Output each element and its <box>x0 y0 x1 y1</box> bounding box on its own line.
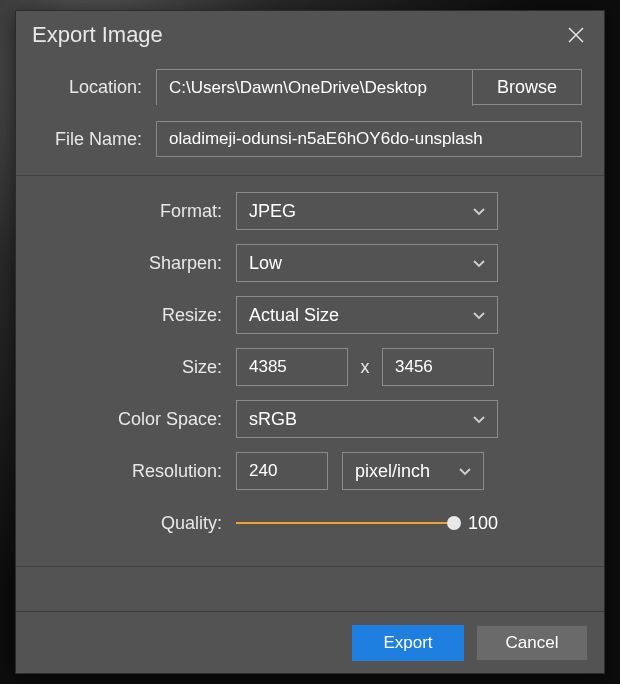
filename-input[interactable] <box>156 121 582 157</box>
quality-value: 100 <box>468 513 508 534</box>
format-row: Format: JPEG <box>38 192 582 230</box>
size-separator: x <box>348 357 382 378</box>
sharpen-label: Sharpen: <box>38 253 236 274</box>
chevron-down-icon <box>471 203 487 219</box>
colorspace-label: Color Space: <box>38 409 236 430</box>
options-section: Format: JPEG Sharpen: Low Resize: Actual… <box>16 176 604 567</box>
chevron-down-icon <box>471 411 487 427</box>
dialog-titlebar: Export Image <box>16 11 604 59</box>
location-label: Location: <box>38 77 156 98</box>
resolution-unit-value: pixel/inch <box>355 461 430 482</box>
location-row: Location: Browse <box>38 69 582 105</box>
format-label: Format: <box>38 201 236 222</box>
size-row: Size: x <box>38 348 582 386</box>
resize-label: Resize: <box>38 305 236 326</box>
resize-row: Resize: Actual Size <box>38 296 582 334</box>
dialog-footer: Export Cancel <box>16 611 604 673</box>
resolution-label: Resolution: <box>38 461 236 482</box>
filename-row: File Name: <box>38 121 582 157</box>
chevron-down-icon <box>457 463 473 479</box>
slider-track <box>236 522 454 524</box>
size-label: Size: <box>38 357 236 378</box>
quality-label: Quality: <box>38 513 236 534</box>
browse-button[interactable]: Browse <box>473 70 581 104</box>
file-section: Location: Browse File Name: <box>16 59 604 176</box>
sharpen-row: Sharpen: Low <box>38 244 582 282</box>
resize-value: Actual Size <box>249 305 339 326</box>
resolution-row: Resolution: pixel/inch <box>38 452 582 490</box>
close-icon <box>567 26 585 44</box>
location-input[interactable] <box>157 70 473 106</box>
sharpen-select[interactable]: Low <box>236 244 498 282</box>
dialog-title: Export Image <box>32 22 562 48</box>
format-select[interactable]: JPEG <box>236 192 498 230</box>
chevron-down-icon <box>471 307 487 323</box>
chevron-down-icon <box>471 255 487 271</box>
colorspace-value: sRGB <box>249 409 297 430</box>
export-image-dialog: Export Image Location: Browse File Name:… <box>15 10 605 674</box>
resolution-input[interactable] <box>236 452 328 490</box>
resize-select[interactable]: Actual Size <box>236 296 498 334</box>
slider-fill <box>236 522 454 524</box>
close-button[interactable] <box>562 21 590 49</box>
resolution-unit-select[interactable]: pixel/inch <box>342 452 484 490</box>
format-value: JPEG <box>249 201 296 222</box>
colorspace-select[interactable]: sRGB <box>236 400 498 438</box>
filename-label: File Name: <box>38 129 156 150</box>
quality-slider[interactable] <box>236 504 454 542</box>
height-input[interactable] <box>382 348 494 386</box>
export-button[interactable]: Export <box>352 625 464 661</box>
location-field-wrap: Browse <box>156 69 582 105</box>
width-input[interactable] <box>236 348 348 386</box>
quality-row: Quality: 100 <box>38 504 582 542</box>
colorspace-row: Color Space: sRGB <box>38 400 582 438</box>
sharpen-value: Low <box>249 253 282 274</box>
cancel-button[interactable]: Cancel <box>476 625 588 661</box>
slider-thumb[interactable] <box>447 516 461 530</box>
